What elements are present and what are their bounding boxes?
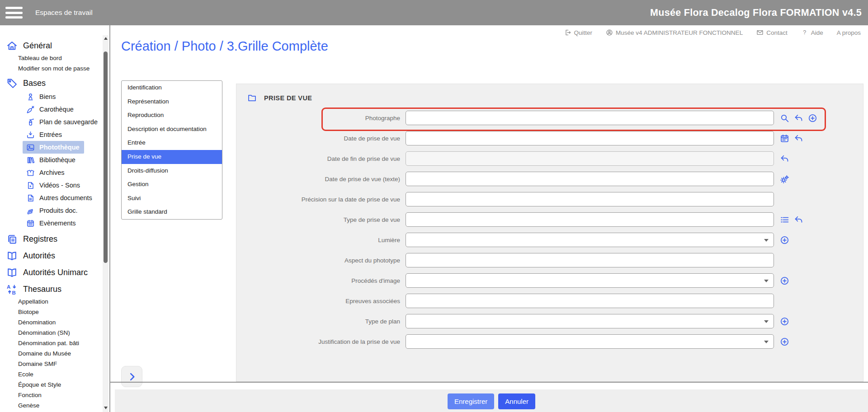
plus-circle-icon[interactable]: [808, 113, 817, 123]
row-action-icons: [780, 174, 789, 184]
sidebar-section-general[interactable]: Général: [0, 38, 109, 53]
scrollbar-thumb[interactable]: [104, 52, 108, 263]
sidebar-label: Dénomination (SN): [18, 329, 70, 336]
sidebar-item-autres-documents[interactable]: Autres documents: [23, 192, 97, 204]
group-title: PRISE DE VUE: [264, 94, 312, 102]
header-link-aide[interactable]: ?Aide: [801, 29, 823, 36]
tab-representation[interactable]: Représentation: [122, 95, 222, 109]
save-button[interactable]: Enregistrer: [448, 393, 494, 409]
sidebar-item-biens[interactable]: Biens: [23, 90, 60, 103]
app-title: Musée Flora Decalog Flora FORMATION v4.5: [650, 0, 862, 25]
main-content: QuitterMusée v4 ADMINISTRATEUR FONCTIONN…: [110, 25, 868, 412]
sidebar-item-plan-de-sauvegarde[interactable]: Plan de sauvegarde: [23, 116, 102, 128]
tab-droits-diffusion[interactable]: Droits-diffusion: [122, 164, 222, 178]
sidebar-link-biotope[interactable]: Biotope: [0, 307, 109, 317]
input-date-de-prise-de-vue[interactable]: [406, 131, 774, 145]
tab-reproduction[interactable]: Reproduction: [122, 108, 222, 122]
hamburger-menu-icon[interactable]: [5, 7, 23, 19]
scroll-up-icon[interactable]: [103, 35, 108, 42]
sidebar-item-entrees[interactable]: Entrées: [23, 128, 66, 141]
tab-suivi[interactable]: Suivi: [122, 192, 222, 206]
tab-prise-de-vue[interactable]: Prise de vue: [122, 150, 222, 164]
sidebar-item-videos-sons[interactable]: Vidéos - Sons: [23, 179, 85, 192]
sidebar-link-denomination[interactable]: Dénomination: [0, 317, 109, 328]
form-row-date-de-fin-de-prise-de-vue: Date de fin de prise de vue: [246, 151, 863, 166]
plus-circle-icon[interactable]: [780, 276, 789, 286]
workspace-label[interactable]: Espaces de travail: [35, 9, 93, 17]
sidebar-item-phototheque[interactable]: Photothèque: [23, 141, 84, 154]
sidebar-section-registres[interactable]: Registres: [0, 232, 109, 246]
application-window: Espaces de travail Musée Flora Decalog F…: [0, 0, 868, 412]
form-row-precision-sur-la-date-de-prise-de-vue: Précision sur la date de prise de vue: [246, 192, 863, 206]
page-title: Création / Photo / 3.Grille Complète: [121, 39, 328, 54]
sidebar-link-domaine-smf[interactable]: Domaine SMF: [0, 359, 109, 369]
plus-circle-icon[interactable]: [780, 337, 789, 346]
cancel-button[interactable]: Annuler: [498, 393, 535, 409]
sidebar-section-autorites[interactable]: Autorités: [0, 248, 109, 263]
row-action-icons: [780, 235, 789, 245]
header-link-a-propos[interactable]: A propos: [837, 29, 861, 36]
calendar-icon[interactable]: [780, 134, 789, 143]
scroll-down-icon[interactable]: [103, 405, 108, 411]
sidebar-section-bases[interactable]: Bases: [0, 76, 109, 90]
sidebar-scrollbar[interactable]: [103, 35, 108, 412]
dropdown-type-de-plan[interactable]: [406, 314, 774, 328]
sidebar-label: Bases: [23, 79, 46, 88]
tab-entree[interactable]: Entrée: [122, 136, 222, 150]
header-link-contact[interactable]: Contact: [756, 29, 788, 36]
exit-icon: [564, 29, 571, 36]
dropdown-justification-de-la-prise-de-vue[interactable]: [406, 334, 774, 349]
tab-description-et-documentation[interactable]: Description et documentation: [122, 122, 222, 136]
undo-icon[interactable]: [780, 154, 789, 164]
folder-icon: [247, 93, 257, 103]
sidebar: GénéralTableau de bordModifier son mot d…: [0, 25, 110, 412]
collapse-panel-button[interactable]: [121, 366, 142, 387]
sidebar-label: Dénomination pat. bâti: [18, 340, 79, 346]
sidebar-section-thesaurus[interactable]: ABThesaurus: [0, 282, 109, 296]
plus-circle-icon[interactable]: [780, 235, 789, 245]
sidebar-link-genese[interactable]: Genèse: [0, 400, 109, 411]
header-link-label: Quitter: [574, 29, 593, 36]
sidebar-link-appellation[interactable]: Appellation: [0, 296, 109, 307]
sidebar-link-modifier-son-mot-de-passe[interactable]: Modifier son mot de passe: [0, 63, 109, 74]
sidebar-item-produits-doc[interactable]: Produits doc.: [23, 204, 82, 217]
tab-grille-standard[interactable]: Grille standard: [122, 205, 222, 219]
sidebar-link-denomination-pat-bati[interactable]: Dénomination pat. bâti: [0, 338, 109, 348]
list-icon[interactable]: [780, 215, 789, 225]
row-action-icons: [780, 134, 803, 143]
header-link-quitter[interactable]: Quitter: [564, 29, 593, 36]
undo-icon[interactable]: [794, 134, 803, 143]
gears-icon[interactable]: [780, 174, 789, 184]
dropdown-lumiere[interactable]: [406, 233, 774, 247]
header-links: QuitterMusée v4 ADMINISTRATEUR FONCTIONN…: [564, 29, 861, 36]
search-icon[interactable]: [780, 113, 789, 123]
undo-icon[interactable]: [794, 113, 803, 123]
sidebar-link-epoque-et-style[interactable]: Époque et Style: [0, 379, 109, 390]
input-epreuves-associees[interactable]: [406, 294, 774, 308]
input-aspect-du-phototype[interactable]: [406, 253, 774, 267]
sidebar-section-autorites-unimarc[interactable]: Autorités Unimarc: [0, 265, 109, 280]
plus-circle-icon[interactable]: [780, 317, 789, 326]
sidebar-link-denomination-sn[interactable]: Dénomination (SN): [0, 328, 109, 338]
sidebar-item-evenements[interactable]: Evènements: [23, 217, 80, 229]
dropdown-procedes-d-image[interactable]: [406, 273, 774, 288]
caret-down-icon: [764, 239, 769, 242]
sidebar-label: Photothèque: [39, 144, 80, 151]
tab-identification[interactable]: Identification: [122, 81, 222, 95]
sidebar-item-archives[interactable]: Archives: [23, 166, 69, 179]
input-photographe[interactable]: [406, 111, 774, 125]
input-precision-sur-la-date-de-prise-de-vue[interactable]: [406, 192, 774, 206]
sidebar-item-bibliotheque[interactable]: Bibliothèque: [23, 154, 80, 166]
sidebar-link-fonction[interactable]: Fonction: [0, 390, 109, 400]
sidebar-link-tableau-de-bord[interactable]: Tableau de bord: [0, 53, 109, 63]
header-link-musee-v4-administrateur-fonctionnel[interactable]: Musée v4 ADMINISTRATEUR FONCTIONNEL: [606, 29, 743, 36]
sidebar-link-ecole[interactable]: Ecole: [0, 369, 109, 379]
tab-gestion[interactable]: Gestion: [122, 178, 222, 192]
header-link-label: Musée v4 ADMINISTRATEUR FONCTIONNEL: [616, 29, 743, 36]
input-date-de-prise-de-vue-texte[interactable]: [406, 172, 774, 186]
input-type-de-prise-de-vue[interactable]: [406, 212, 774, 227]
sidebar-link-domaine-du-musee[interactable]: Domaine du Musée: [0, 348, 109, 359]
undo-icon[interactable]: [794, 215, 803, 225]
question-icon: ?: [801, 29, 808, 36]
sidebar-item-carotheque[interactable]: Carothèque: [23, 103, 78, 116]
